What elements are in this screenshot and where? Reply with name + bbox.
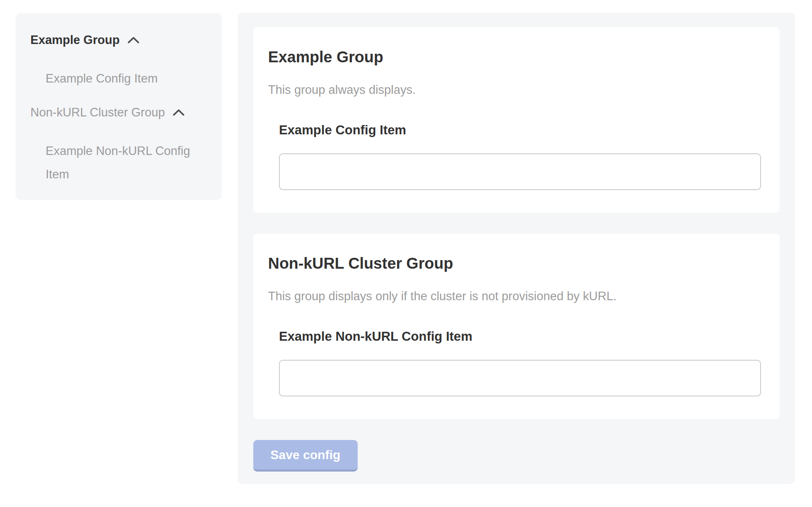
sidebar-group-label: Non-kURL Cluster Group	[30, 105, 165, 120]
config-item-label: Example Non-kURL Config Item	[279, 329, 765, 344]
config-item-input-example-non-kurl-config-item[interactable]	[279, 360, 761, 396]
sidebar-group-label: Example Group	[30, 33, 120, 48]
group-title: Non-kURL Cluster Group	[268, 254, 765, 273]
config-group-card-example-group: Example Group This group always displays…	[253, 27, 780, 213]
chevron-up-icon[interactable]	[173, 109, 185, 116]
config-item: Example Config Item	[279, 122, 765, 190]
sidebar-group-non-kurl-cluster-group[interactable]: Non-kURL Cluster Group	[30, 105, 207, 120]
sidebar-item-example-non-kurl-config-item[interactable]: Example Non-kURL Config Item	[46, 139, 207, 186]
sidebar-group-example-group[interactable]: Example Group	[30, 33, 207, 48]
config-item: Example Non-kURL Config Item	[279, 329, 765, 396]
chevron-up-icon[interactable]	[127, 37, 139, 44]
sidebar-item-example-config-item[interactable]: Example Config Item	[46, 67, 207, 90]
config-group-card-non-kurl-cluster-group: Non-kURL Cluster Group This group displa…	[253, 234, 780, 419]
config-item-label: Example Config Item	[279, 122, 765, 138]
save-config-button[interactable]: Save config	[253, 440, 358, 472]
config-item-input-example-config-item[interactable]	[279, 153, 761, 190]
group-description: This group always displays.	[268, 83, 765, 97]
group-title: Example Group	[268, 48, 765, 66]
group-description: This group displays only if the cluster …	[268, 289, 765, 304]
config-nav-sidebar: Example Group Example Config Item Non-kU…	[16, 13, 222, 200]
config-panel: Example Group This group always displays…	[238, 12, 795, 484]
